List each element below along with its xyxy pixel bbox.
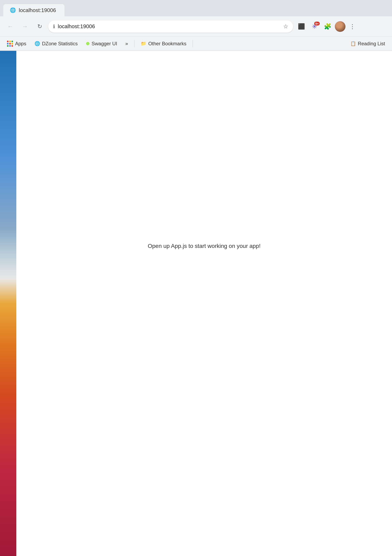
reload-icon: ↻ (37, 23, 42, 30)
swagger-favicon: ⊕ (86, 41, 89, 46)
swagger-label: Swagger UI (92, 41, 117, 46)
tab-title: localhost:19006 (19, 7, 56, 14)
bookmarks-bar: Apps 🌐 DZone Statistics ⊕ Swagger UI » 📁… (0, 37, 392, 51)
cast-button[interactable]: ⬛ (296, 21, 307, 32)
folder-icon: 📁 (141, 41, 146, 46)
bookmarks-separator-2 (193, 40, 193, 47)
sidebar-strip (0, 51, 16, 556)
back-button[interactable]: ← (4, 20, 16, 33)
other-bookmarks-label: Other Bookmarks (148, 41, 186, 46)
three-dots-icon: ⋮ (349, 23, 355, 30)
more-bookmarks-label: » (125, 41, 128, 46)
page-message: Open up App.js to start working on your … (148, 243, 261, 249)
browser-chrome: 🌐 localhost:19006 ← → ↻ ℹ localhost:1900… (0, 0, 392, 51)
reading-list-label: Reading List (358, 41, 385, 46)
bookmark-apps[interactable]: Apps (3, 39, 30, 48)
active-tab[interactable]: 🌐 localhost:19006 (3, 4, 64, 16)
back-icon: ← (7, 23, 13, 30)
bookmarks-separator (134, 40, 134, 47)
perplexity-extension-button[interactable]: ✳ 9+ (309, 21, 320, 32)
apps-label: Apps (15, 41, 26, 46)
extensions-button[interactable]: 🧩 (322, 21, 333, 32)
avatar-image (335, 21, 345, 32)
tab-favicon: 🌐 (10, 7, 16, 13)
info-icon: ℹ (53, 24, 55, 29)
dzone-label: DZone Statistics (42, 41, 78, 46)
url-display: localhost:19006 (58, 23, 280, 30)
page-content: Open up App.js to start working on your … (16, 51, 392, 556)
dzone-favicon: 🌐 (34, 41, 40, 46)
bookmark-swagger[interactable]: ⊕ Swagger UI (82, 39, 121, 48)
toolbar: ← → ↻ ℹ localhost:19006 ☆ ⬛ ✳ 9+ 🧩 (0, 16, 392, 37)
extension-badge: 9+ (314, 22, 320, 25)
forward-button[interactable]: → (19, 20, 31, 33)
reading-list-icon: 📋 (350, 41, 356, 46)
apps-grid-icon (7, 41, 13, 47)
main-content: Open up App.js to start working on your … (0, 51, 392, 556)
bookmark-other[interactable]: 📁 Other Bookmarks (137, 39, 190, 48)
toolbar-icons: ⬛ ✳ 9+ 🧩 ⋮ (296, 21, 358, 32)
puzzle-icon: 🧩 (324, 23, 331, 30)
sidebar-gradient (0, 51, 16, 556)
avatar[interactable] (335, 21, 345, 32)
bookmark-reading-list[interactable]: 📋 Reading List (347, 39, 389, 48)
forward-icon: → (22, 23, 28, 30)
bookmark-dzone[interactable]: 🌐 DZone Statistics (31, 39, 81, 48)
bookmark-more[interactable]: » (122, 39, 132, 48)
address-bar: ℹ localhost:19006 ☆ (48, 20, 293, 33)
cast-icon: ⬛ (298, 23, 305, 30)
reload-button[interactable]: ↻ (33, 20, 46, 33)
tab-bar: 🌐 localhost:19006 (0, 0, 392, 16)
chrome-menu-button[interactable]: ⋮ (347, 21, 358, 32)
bookmark-star-icon[interactable]: ☆ (283, 23, 288, 30)
